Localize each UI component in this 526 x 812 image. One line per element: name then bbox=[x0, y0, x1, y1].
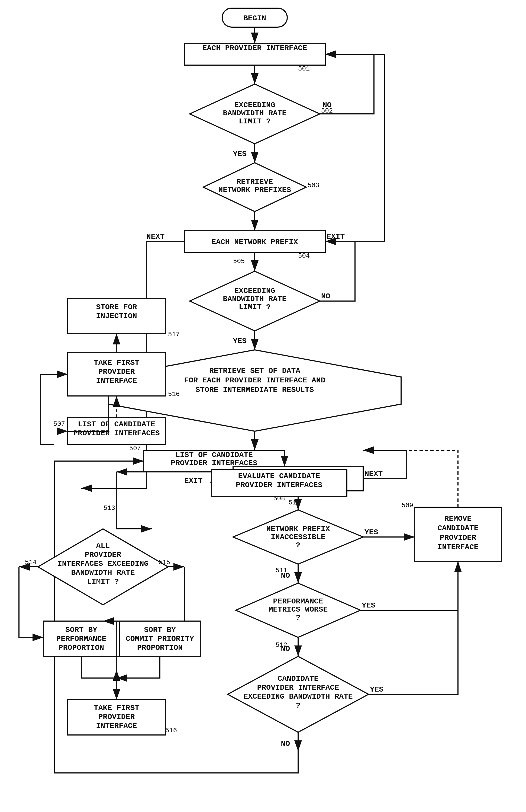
retrieve-prefixes-line2: NETWORK PREFIXES bbox=[219, 186, 291, 194]
candidate-exceeding-line3: EXCEEDING BANDWIDTH RATE bbox=[243, 692, 352, 701]
candidate-exceeding-line1: CANDIDATE bbox=[277, 675, 318, 683]
label-501: 501 bbox=[298, 65, 310, 72]
retrieve-set-line3: STORE INTERMEDIATE RESULTS bbox=[196, 386, 314, 394]
sort-commit-line3: PROPORTION bbox=[137, 643, 183, 652]
flowchart: BEGIN EACH PROVIDER INTERFACE 501 EXCEED… bbox=[0, 0, 526, 812]
each-provider-label-1: EACH PROVIDER INTERFACE bbox=[202, 44, 307, 52]
sort-commit-line2: COMMIT PRIORITY bbox=[126, 635, 194, 643]
evaluate-line2-2: PROVIDER INTERFACES bbox=[236, 481, 322, 489]
remove-candidate-line4: INTERFACE bbox=[437, 543, 478, 551]
label-517: 517 bbox=[168, 331, 180, 338]
label-514: 514 bbox=[25, 559, 36, 566]
take-first-line3: INTERFACE bbox=[96, 722, 137, 730]
take-first-line1: TAKE FIRST bbox=[94, 704, 139, 712]
retrieve-prefixes-line1: RETRIEVE bbox=[237, 178, 273, 186]
label-509: 509 bbox=[402, 502, 413, 509]
arrow-sort-commit-down bbox=[117, 656, 160, 678]
label-503: 503 bbox=[307, 182, 319, 189]
label-511: 511 bbox=[275, 567, 287, 574]
store-injection-line2: INJECTION bbox=[96, 312, 137, 320]
performance-worse-line2: METRICS WORSE bbox=[269, 605, 328, 614]
exceeding-bw2-line3: LIMIT ? bbox=[239, 303, 271, 311]
exceeding-bw2-line2: BANDWIDTH RATE bbox=[223, 295, 286, 303]
exceeding-bw2-line1: EXCEEDING bbox=[234, 287, 275, 295]
all-exceeding-line2: PROVIDER bbox=[85, 551, 121, 559]
yes-label-inaccessible: YES bbox=[364, 528, 378, 536]
remove-candidate-line1: REMOVE bbox=[445, 514, 472, 523]
label-507-2: 507 bbox=[54, 420, 65, 428]
all-exceeding-line4: BANDWIDTH RATE bbox=[71, 568, 135, 577]
list-candidates-line1: LIST OF CANDIDATE bbox=[175, 451, 253, 459]
performance-worse-line3: ? bbox=[296, 613, 301, 622]
label-516-2: 516 bbox=[168, 391, 180, 398]
arrow-prefix-exit bbox=[325, 54, 385, 241]
arrow-all-left-down bbox=[19, 567, 43, 637]
all-exceeding-line3: INTERFACES EXCEEDING bbox=[58, 560, 149, 568]
next-label-evaluate: NEXT bbox=[364, 470, 382, 478]
sort-performance-line3: PROPORTION bbox=[59, 643, 104, 652]
arrow-candidate-exceeding-yes bbox=[369, 561, 458, 694]
list-candidates-line2-2: PROVIDER INTERFACES bbox=[73, 429, 160, 437]
no-label-bw2: NO bbox=[321, 292, 330, 301]
label-510: 510 bbox=[289, 499, 300, 506]
evaluate-line1-2: EVALUATE CANDIDATE bbox=[238, 472, 320, 480]
all-exceeding-line1: ALL bbox=[96, 541, 110, 550]
exceeding-bw1-line3: LIMIT ? bbox=[239, 117, 271, 126]
label-513: 513 bbox=[104, 505, 115, 512]
label-512: 512 bbox=[275, 641, 287, 649]
exit-label-list: EXIT bbox=[184, 477, 202, 485]
take-first-line1-2: TAKE FIRST bbox=[94, 359, 139, 367]
next-label-prefix: NEXT bbox=[146, 232, 165, 241]
label-508-2: 508 bbox=[273, 495, 285, 502]
begin-label: BEGIN bbox=[243, 14, 266, 23]
remove-candidate-line2: CANDIDATE bbox=[437, 524, 478, 532]
label-516: 516 bbox=[165, 727, 177, 734]
candidate-exceeding-line4: ? bbox=[296, 701, 301, 710]
retrieve-set-line1: RETRIEVE SET OF DATA bbox=[209, 367, 300, 375]
sort-performance-line1: SORT BY bbox=[65, 626, 97, 634]
network-inaccessible-line2: INACCESSIBLE bbox=[271, 533, 326, 541]
take-first-line2: PROVIDER bbox=[99, 713, 135, 721]
label-507: 507 bbox=[129, 445, 141, 452]
store-injection-line1: STORE FOR bbox=[96, 303, 137, 311]
label-515: 515 bbox=[159, 559, 170, 566]
performance-worse-line1: PERFORMANCE bbox=[273, 597, 323, 606]
label-505: 505 bbox=[233, 258, 245, 265]
take-first-line3-2: INTERFACE bbox=[96, 376, 137, 385]
retrieve-set-line2: FOR EACH PROVIDER INTERFACE AND bbox=[184, 376, 326, 385]
list-candidates-line1-2: LIST OF CANDIDATE bbox=[78, 420, 155, 429]
network-inaccessible-line1: NETWORK PREFIX bbox=[266, 525, 330, 533]
yes-label-perf-worse: YES bbox=[362, 601, 375, 610]
exit-label-prefix: EXIT bbox=[327, 232, 345, 241]
sort-performance-line2: PERFORMANCE bbox=[56, 635, 106, 643]
no-label-bw1: NO bbox=[322, 101, 332, 109]
network-inaccessible-line3: ? bbox=[296, 541, 301, 550]
yes-label-bw2: YES bbox=[233, 337, 246, 345]
exceeding-bw1-line1: EXCEEDING bbox=[234, 101, 275, 109]
arrow-loop-back bbox=[41, 374, 68, 445]
label-504: 504 bbox=[298, 252, 310, 260]
each-prefix-label: EACH NETWORK PREFIX bbox=[211, 238, 298, 246]
all-exceeding-line5: LIMIT ? bbox=[87, 577, 119, 586]
yes-label-candidate-exceeding: YES bbox=[370, 685, 384, 694]
no-label-candidate-exceeding: NO bbox=[281, 740, 290, 748]
yes-label-bw1: YES bbox=[233, 150, 246, 158]
arrow-sort-perf-down bbox=[81, 656, 117, 700]
take-first-line2-2: PROVIDER bbox=[99, 367, 135, 376]
exceeding-bw1-line2: BANDWIDTH RATE bbox=[223, 109, 286, 117]
sort-commit-line1: SORT BY bbox=[144, 626, 176, 634]
remove-candidate-line3: PROVIDER bbox=[440, 534, 477, 542]
candidate-exceeding-line2: PROVIDER INTERFACE bbox=[257, 683, 339, 692]
